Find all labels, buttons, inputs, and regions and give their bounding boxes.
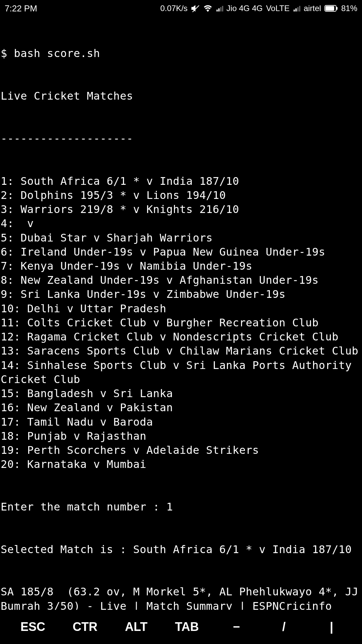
match-line: 6: Ireland Under-19s v Papua New Guinea … — [1, 245, 361, 259]
key-tab[interactable]: TAB — [175, 620, 199, 634]
svg-rect-3 — [220, 7, 221, 11]
key-slash[interactable]: / — [274, 620, 294, 634]
key-pipe[interactable]: | — [321, 620, 342, 634]
match-line: 3: Warriors 219/8 * v Knights 216/10 — [1, 202, 361, 216]
svg-rect-2 — [218, 8, 220, 11]
terminal-selected: Selected Match is : South Africa 6/1 * v… — [1, 542, 361, 556]
match-line: 12: Ragama Cricket Club v Nondescripts C… — [1, 330, 361, 344]
match-line: 8: New Zealand Under-19s v Afghanistan U… — [1, 273, 361, 287]
signal-icon-1 — [216, 5, 223, 12]
volte-label: VoLTE — [266, 4, 290, 13]
match-line: 10: Delhi v Uttar Pradesh — [1, 302, 361, 316]
key-esc[interactable]: ESC — [20, 620, 45, 634]
svg-rect-7 — [297, 7, 299, 11]
score-update-line: SA 185/8 (63.2 ov, M Morkel 5*, AL Phehl… — [1, 585, 361, 613]
svg-rect-11 — [337, 7, 338, 10]
match-line: 17: Tamil Nadu v Baroda — [1, 415, 361, 429]
mute-icon — [191, 4, 200, 13]
svg-rect-6 — [295, 8, 297, 11]
key-ctr[interactable]: CTR — [73, 620, 98, 634]
data-rate: 0.07K/s — [160, 4, 187, 13]
status-bar: 7:22 PM 0.07K/s Jio 4G 4G VoLTE — [0, 0, 362, 17]
match-line: 18: Punjab v Rajasthan — [1, 429, 361, 443]
network-label-2: airtel — [304, 4, 321, 13]
match-line: 15: Bangladesh v Sri Lanka — [1, 386, 361, 400]
svg-rect-1 — [216, 10, 218, 11]
match-line: 14: Sinhalese Sports Club v Sri Lanka Po… — [1, 358, 361, 386]
key-minus[interactable]: − — [226, 620, 246, 634]
key-alt[interactable]: ALT — [125, 620, 147, 634]
match-line: 11: Colts Cricket Club v Burgher Recreat… — [1, 316, 361, 330]
match-line: 16: New Zealand v Pakistan — [1, 400, 361, 415]
battery-icon — [324, 5, 338, 12]
terminal-output[interactable]: $ bash score.sh Live Cricket Matches ---… — [0, 17, 362, 644]
signal-icon-2 — [293, 5, 300, 12]
battery-percent: 81% — [341, 4, 357, 13]
wifi-icon — [203, 4, 213, 13]
match-line: 5: Dubai Star v Sharjah Warriors — [1, 231, 361, 245]
status-time: 7:22 PM — [5, 3, 37, 14]
match-line: 13: Saracens Sports Club v Chilaw Marian… — [1, 344, 361, 358]
match-line: 19: Perth Scorchers v Adelaide Strikers — [1, 443, 361, 457]
network-label-1: Jio 4G 4G — [227, 4, 263, 13]
svg-rect-5 — [294, 10, 295, 11]
status-right: 0.07K/s Jio 4G 4G VoLTE — [160, 4, 357, 13]
terminal-divider: -------------------- — [1, 131, 361, 146]
keyboard-shortcut-bar: ESC CTR ALT TAB − / | — [0, 610, 362, 644]
match-line: 20: Karnataka v Mumbai — [1, 457, 361, 471]
terminal-prompt: Enter the match number : 1 — [1, 500, 361, 514]
svg-rect-10 — [325, 6, 334, 11]
match-line: 2: Dolphins 195/3 * v Lions 194/10 — [1, 188, 361, 202]
match-line: 1: South Africa 6/1 * v India 187/10 — [1, 174, 361, 188]
terminal-command: $ bash score.sh — [1, 46, 361, 60]
svg-rect-8 — [299, 6, 300, 11]
match-line: 7: Kenya Under-19s v Namibia Under-19s — [1, 259, 361, 273]
svg-rect-4 — [222, 6, 223, 11]
match-line: 4: v — [1, 216, 361, 230]
terminal-title: Live Cricket Matches — [1, 89, 361, 103]
match-line: 9: Sri Lanka Under-19s v Zimbabwe Under-… — [1, 287, 361, 301]
